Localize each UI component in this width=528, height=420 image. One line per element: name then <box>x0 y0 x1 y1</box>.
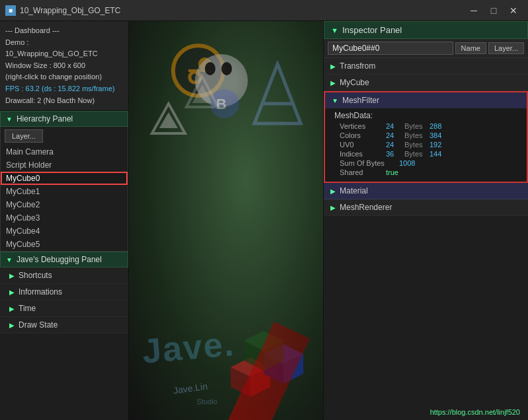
indices-val: 144 <box>430 150 441 158</box>
inspector-panel: ▼ Inspector Panel Name Layer... ▶ Transf… <box>323 21 528 420</box>
uv0-num: 24 <box>386 141 404 149</box>
hierarchy-item-mycube0[interactable]: MyCube0 <box>1 172 128 185</box>
indices-label: Indices <box>340 150 386 158</box>
uv0-val: 192 <box>430 141 441 149</box>
hierarchy-panel: ▼ Hierarchy Panel Layer... Main Camera S… <box>0 111 128 252</box>
hierarchy-panel-header[interactable]: ▼ Hierarchy Panel <box>0 111 128 127</box>
maximize-button[interactable]: □ <box>484 3 503 18</box>
svg-marker-8 <box>254 64 301 123</box>
debug-collapse-icon: ▼ <box>6 256 13 263</box>
sum-label: Sum Of Bytes <box>340 159 399 167</box>
mycube-section: ▶ MyCube <box>324 75 528 91</box>
draw-state-expand-icon: ▶ <box>9 322 15 329</box>
meshfilter-section: ▼ MeshFilter MeshData: Vertices 24 Bytes… <box>324 91 528 183</box>
meshrenderer-section: ▶ MeshRenderer <box>324 199 528 216</box>
dashboard-fps: FPS : 63.2 (ds : 15.822 ms/frame) <box>5 83 123 95</box>
debug-panel: ▼ Jave's Debugging Panel ▶ Shortcuts ▶ I… <box>0 252 128 420</box>
hierarchy-item-mycube5[interactable]: MyCube5 <box>1 238 128 251</box>
app-icon: ■ <box>5 5 16 16</box>
inspector-name-row: Name Layer... <box>324 39 528 58</box>
mesh-row-sum: Sum Of Bytes 1008 <box>334 159 521 167</box>
dashboard-window-size: Window Size : 800 x 600 <box>5 60 123 72</box>
meshfilter-collapse-icon: ▼ <box>332 97 338 104</box>
colors-unit: Bytes <box>404 131 430 139</box>
dashboard-drawcall: Drawcall: 2 (No Bacth Now) <box>5 95 123 107</box>
hierarchy-item-mycube1[interactable]: MyCube1 <box>1 185 128 198</box>
viewport-scene: B Jave. <box>129 21 323 420</box>
colors-label: Colors <box>340 131 386 139</box>
window-title: 10_Wrapping_Obj_GO_ETC <box>20 6 465 15</box>
material-header[interactable]: ▶ Material <box>324 183 528 199</box>
mesh-data-title: MeshData: <box>334 111 521 120</box>
sum-val: 1008 <box>399 159 415 167</box>
meshrenderer-header[interactable]: ▶ MeshRenderer <box>324 199 528 215</box>
name-button[interactable]: Name <box>455 42 486 54</box>
meshrenderer-expand-icon: ▶ <box>330 204 336 211</box>
hierarchy-list: Main Camera Script Holder MyCube0 MyCube… <box>1 145 128 251</box>
viewport[interactable]: B Jave. <box>129 21 323 420</box>
transform-section: ▶ Transfrom <box>324 58 528 75</box>
debug-shortcuts[interactable]: ▶ Shortcuts <box>0 267 128 284</box>
shortcuts-label: Shortcuts <box>19 271 52 280</box>
hierarchy-panel-title: Hierarchy Panel <box>17 114 73 123</box>
minimize-button[interactable]: ─ <box>465 3 483 18</box>
hierarchy-item-mycube4[interactable]: MyCube4 <box>1 225 128 238</box>
debug-draw-state[interactable]: ▶ Draw State <box>0 317 128 333</box>
material-expand-icon: ▶ <box>330 188 336 195</box>
debug-panel-title: Jave's Debugging Panel <box>17 255 102 264</box>
mycube-label: MyCube <box>340 78 369 87</box>
inspector-collapse-icon: ▼ <box>331 26 338 34</box>
draw-state-label: Draw State <box>19 320 57 330</box>
mycube-header[interactable]: ▶ MyCube <box>324 75 528 90</box>
hierarchy-item-mycube3[interactable]: MyCube3 <box>1 211 128 225</box>
vertices-label: Vertices <box>340 122 386 130</box>
titlebar: ■ 10_Wrapping_Obj_GO_ETC ─ □ ✕ <box>0 0 528 21</box>
dashboard-header: --- Dashboard --- <box>5 25 123 37</box>
layer-button-inspector[interactable]: Layer... <box>488 42 524 54</box>
time-label: Time <box>19 304 36 313</box>
transform-header[interactable]: ▶ Transfrom <box>324 58 528 74</box>
meshfilter-header[interactable]: ▼ MeshFilter <box>325 92 527 108</box>
vertices-val: 288 <box>430 122 441 130</box>
close-button[interactable]: ✕ <box>504 3 523 18</box>
mycube-expand-icon: ▶ <box>330 79 336 87</box>
object-name-input[interactable] <box>328 42 453 55</box>
layer-button[interactable]: Layer... <box>5 129 43 143</box>
dashboard-right-click: (right-click to change position) <box>5 71 123 83</box>
transform-expand-icon: ▶ <box>330 63 336 70</box>
meshfilter-content: MeshData: Vertices 24 Bytes 288 Colors 2… <box>325 108 527 182</box>
uv0-unit: Bytes <box>404 141 430 149</box>
colors-val: 384 <box>430 131 441 139</box>
indices-num: 36 <box>386 150 404 158</box>
main-content: --- Dashboard --- Demo : 10_Wrapping_Obj… <box>0 21 528 420</box>
hierarchy-item-main-camera[interactable]: Main Camera <box>1 145 128 158</box>
transform-label: Transfrom <box>340 61 375 71</box>
left-panel: --- Dashboard --- Demo : 10_Wrapping_Obj… <box>0 21 129 420</box>
hierarchy-item-mycube2[interactable]: MyCube2 <box>1 198 128 211</box>
dashboard-demo: Demo : 10_Wrapping_Obj_GO_ETC <box>5 37 123 60</box>
shared-val: true <box>386 168 398 176</box>
uv0-label: UV0 <box>340 141 386 149</box>
meshrenderer-label: MeshRenderer <box>340 203 392 212</box>
inspector-title: Inspector Panel <box>342 25 402 35</box>
debug-time[interactable]: ▶ Time <box>0 300 128 317</box>
indices-unit: Bytes <box>404 150 430 158</box>
debug-panel-header[interactable]: ▼ Jave's Debugging Panel <box>0 252 128 267</box>
colors-num: 24 <box>386 131 404 139</box>
hierarchy-item-script-holder[interactable]: Script Holder <box>1 158 128 172</box>
mesh-row-uv0: UV0 24 Bytes 192 <box>334 141 521 149</box>
debug-informations[interactable]: ▶ Informations <box>0 284 128 300</box>
hierarchy-content: Layer... Main Camera Script Holder MyCub… <box>0 127 128 252</box>
meshfilter-label: MeshFilter <box>342 96 379 105</box>
material-label: Material <box>340 186 368 195</box>
vertices-num: 24 <box>386 122 404 130</box>
time-expand-icon: ▶ <box>9 305 15 312</box>
hierarchy-collapse-icon: ▼ <box>6 116 13 123</box>
bottom-url: https://blog.csdn.net/linjf520 <box>430 408 520 416</box>
mesh-row-shared: Shared true <box>334 168 521 176</box>
material-section: ▶ Material <box>324 183 528 199</box>
shared-label: Shared <box>340 168 386 176</box>
shortcuts-expand-icon: ▶ <box>9 272 15 279</box>
dashboard: --- Dashboard --- Demo : 10_Wrapping_Obj… <box>0 21 128 111</box>
informations-label: Informations <box>19 287 62 297</box>
